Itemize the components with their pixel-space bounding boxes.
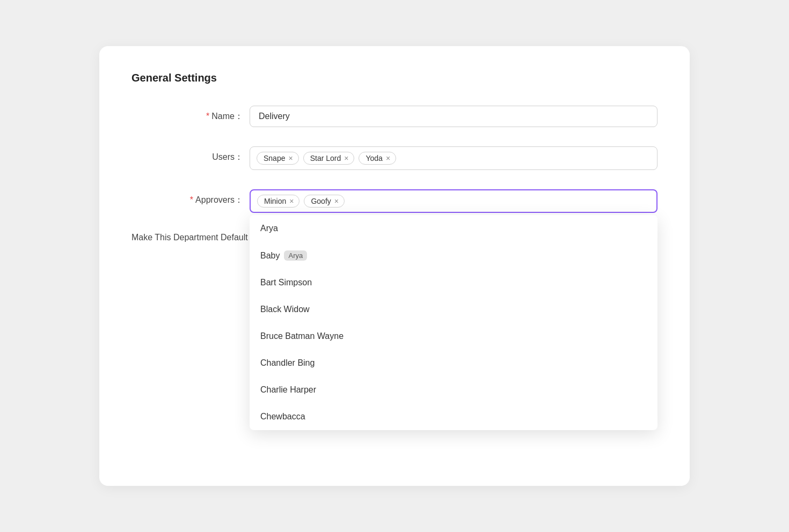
dropdown-item-charlie-harper-label: Charlie Harper: [260, 385, 316, 395]
name-row: *Name：: [132, 106, 658, 127]
tag-goofy-label: Goofy: [311, 197, 331, 205]
page-wrapper: General Settings *Name： Users： Snape ×: [0, 0, 789, 532]
dropdown-item-baby-tooltip: Arya: [284, 250, 307, 261]
dropdown-item-bart-simpson-label: Bart Simpson: [260, 278, 312, 287]
dropdown-item-arya[interactable]: Arya: [250, 215, 658, 242]
dropdown-item-bruce-batman-wayne[interactable]: Bruce Batman Wayne: [250, 323, 658, 350]
dropdown-item-baby[interactable]: Baby Arya: [250, 242, 658, 269]
tag-minion-close[interactable]: ×: [289, 197, 294, 205]
settings-card: General Settings *Name： Users： Snape ×: [99, 46, 690, 486]
tag-star-lord-label: Star Lord: [310, 154, 341, 162]
tag-minion-label: Minion: [264, 197, 286, 205]
dropdown-item-chandler-bing[interactable]: Chandler Bing: [250, 350, 658, 376]
dropdown-item-black-widow[interactable]: Black Widow: [250, 296, 658, 323]
dropdown-item-chewbacca-label: Chewbacca: [260, 412, 305, 422]
name-label: *Name：: [132, 106, 250, 122]
tag-yoda-label: Yoda: [366, 154, 382, 162]
tag-star-lord-close[interactable]: ×: [344, 154, 348, 162]
users-field-wrapper: Snape × Star Lord × Yoda ×: [250, 146, 658, 170]
tag-snape: Snape ×: [257, 152, 299, 165]
name-field-wrapper: [250, 106, 658, 127]
tag-goofy: Goofy ×: [304, 195, 345, 208]
dropdown-item-chandler-bing-label: Chandler Bing: [260, 358, 315, 368]
name-input[interactable]: [250, 106, 658, 127]
dropdown-item-charlie-harper[interactable]: Charlie Harper: [250, 376, 658, 403]
make-default-label: Make This Department Default：: [132, 232, 263, 243]
tag-yoda: Yoda ×: [359, 152, 396, 165]
name-required-star: *: [206, 112, 209, 121]
users-tags-input[interactable]: Snape × Star Lord × Yoda ×: [250, 146, 658, 170]
tag-snape-label: Snape: [264, 154, 285, 162]
dropdown-item-black-widow-label: Black Widow: [260, 305, 310, 314]
dropdown-item-chewbacca[interactable]: Chewbacca: [250, 403, 658, 430]
approvers-required-star: *: [190, 195, 193, 204]
section-title: General Settings: [132, 72, 658, 84]
dropdown-item-arya-label: Arya: [260, 224, 278, 233]
approvers-row: *Approvers： Minion × Goofy × Arya: [132, 189, 658, 213]
tag-yoda-close[interactable]: ×: [386, 154, 390, 162]
tag-minion: Minion ×: [257, 195, 299, 208]
tag-snape-close[interactable]: ×: [288, 154, 293, 162]
dropdown-item-baby-label: Baby: [260, 251, 280, 261]
users-row: Users： Snape × Star Lord × Yoda ×: [132, 146, 658, 170]
approvers-label: *Approvers：: [132, 189, 250, 206]
approvers-tags-input[interactable]: Minion × Goofy ×: [250, 189, 658, 213]
dropdown-item-bruce-batman-wayne-label: Bruce Batman Wayne: [260, 331, 344, 341]
approvers-field-wrapper: Minion × Goofy × Arya Baby Arya: [250, 189, 658, 213]
users-label: Users：: [132, 146, 250, 163]
approvers-dropdown: Arya Baby Arya Bart Simpson Black Widow …: [250, 215, 658, 430]
tag-goofy-close[interactable]: ×: [334, 197, 339, 205]
tag-star-lord: Star Lord ×: [303, 152, 355, 165]
dropdown-item-bart-simpson[interactable]: Bart Simpson: [250, 269, 658, 296]
